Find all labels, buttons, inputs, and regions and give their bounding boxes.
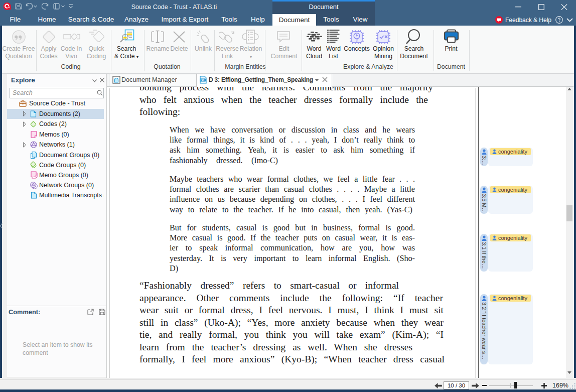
svg-text:PDF: PDF (200, 79, 205, 81)
